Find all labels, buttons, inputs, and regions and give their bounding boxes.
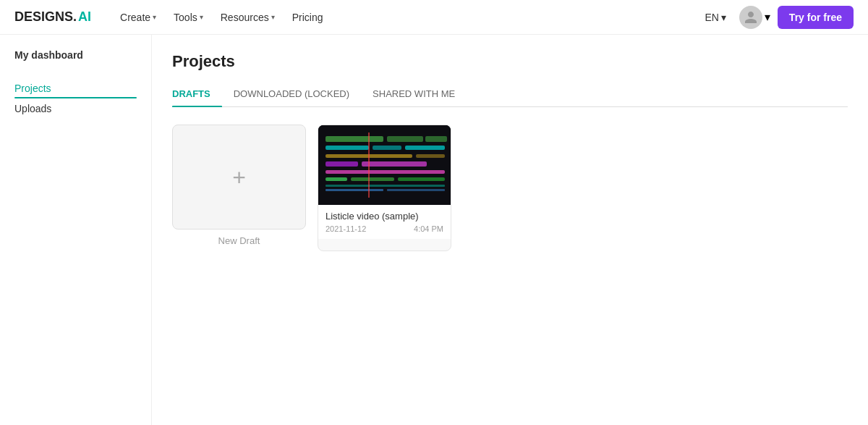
language-selector[interactable]: EN ▾ [699,9,731,26]
svg-rect-3 [425,136,447,142]
svg-rect-14 [398,177,445,181]
project-title: Listicle video (sample) [326,211,443,222]
tabs: DRAFTS DOWNLOADED (LOCKED) SHARED WITH M… [172,83,848,107]
resources-chevron-icon: ▾ [271,13,275,21]
logo-ai: AI [78,9,91,25]
nav-links: Create ▾ Tools ▾ Resources ▾ Pricing [113,7,699,28]
svg-rect-10 [362,161,427,167]
nav-create[interactable]: Create ▾ [113,7,163,28]
lang-chevron-icon: ▾ [721,12,726,23]
video-preview [318,125,451,205]
project-thumbnail [318,125,451,205]
avatar [739,6,762,29]
tab-shared[interactable]: SHARED WITH ME [361,83,467,106]
svg-rect-2 [387,136,423,142]
tab-drafts[interactable]: DRAFTS [172,83,222,106]
user-avatar-button[interactable]: ▾ [739,6,770,29]
svg-rect-13 [351,177,394,181]
svg-rect-15 [326,185,445,187]
sidebar-item-uploads[interactable]: Uploads [14,98,137,119]
new-draft-card[interactable]: + New Draft [172,125,306,251]
sidebar-item-projects[interactable]: Projects [14,78,137,98]
svg-rect-12 [326,177,347,181]
svg-rect-5 [373,146,401,150]
svg-rect-9 [326,161,358,167]
project-time: 4:04 PM [414,224,443,233]
new-draft-label: New Draft [218,235,260,246]
main-content: Projects DRAFTS DOWNLOADED (LOCKED) SHAR… [152,35,868,425]
svg-rect-8 [416,154,445,158]
main-layout: My dashboard Projects Uploads Projects D… [0,35,868,425]
nav-resources[interactable]: Resources ▾ [213,7,282,28]
create-chevron-icon: ▾ [153,13,156,21]
svg-rect-16 [326,189,383,191]
nav-right: EN ▾ ▾ Try for free [699,6,854,29]
navbar: DESIGNS.AI Create ▾ Tools ▾ Resources ▾ … [0,0,868,35]
plus-icon: + [232,166,246,189]
project-card-info: Listicle video (sample) 2021-11-12 4:04 … [318,205,451,239]
project-meta: 2021-11-12 4:04 PM [326,224,443,233]
tab-downloaded[interactable]: DOWNLOADED (LOCKED) [222,83,361,106]
avatar-chevron-icon: ▾ [765,10,770,24]
project-date: 2021-11-12 [326,224,366,233]
svg-rect-11 [326,170,445,174]
nav-pricing[interactable]: Pricing [285,7,331,28]
svg-rect-4 [326,146,369,150]
logo[interactable]: DESIGNS.AI [14,9,91,25]
logo-text: DESIGNS. [14,9,77,25]
sidebar: My dashboard Projects Uploads [0,35,152,425]
try-for-free-button[interactable]: Try for free [778,6,854,29]
svg-rect-17 [387,189,445,191]
page-title: Projects [172,52,848,71]
svg-rect-1 [326,136,383,142]
dashboard-title: My dashboard [14,49,137,61]
svg-rect-6 [405,146,445,150]
nav-tools[interactable]: Tools ▾ [166,7,210,28]
project-card[interactable]: Listicle video (sample) 2021-11-12 4:04 … [318,125,451,251]
tools-chevron-icon: ▾ [200,13,203,21]
project-grid: + New Draft [172,125,848,251]
